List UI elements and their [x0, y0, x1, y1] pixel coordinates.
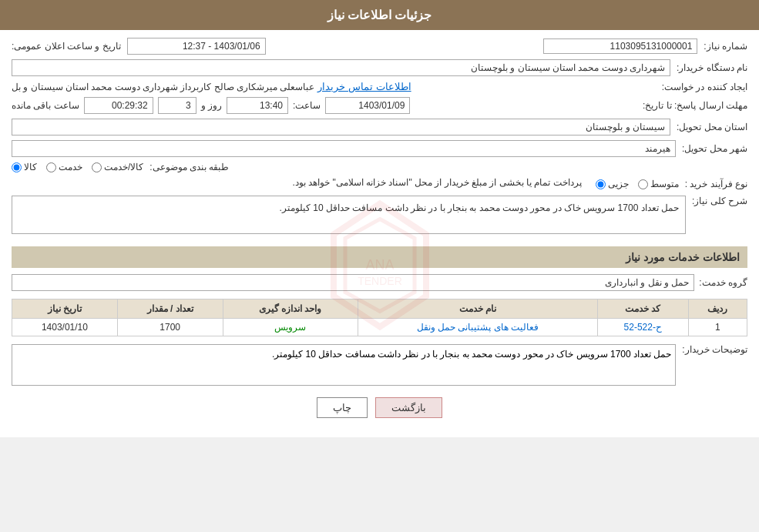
table-row: 1 ح-522-52 فعالیت های پشتیبانی حمل ونقل …	[12, 319, 747, 336]
announce-label: تاریخ و ساعت اعلان عمومی:	[12, 41, 121, 52]
service-group-label: گروه خدمت:	[699, 277, 747, 288]
print-button[interactable]: چاپ	[317, 397, 368, 418]
deadline-time-label: ساعت:	[293, 100, 321, 111]
col-header-name: نام خدمت	[358, 299, 597, 319]
process-label: نوع فرآیند خرید :	[685, 179, 747, 189]
creator-label: ایجاد کننده در خواست:	[662, 82, 747, 92]
services-table: ردیف کد خدمت نام خدمت واحد اندازه گیری ت…	[12, 299, 747, 336]
buyer-desc-label: توضیحات خریدار:	[682, 344, 747, 355]
category-label: طبقه بندی موضوعی:	[149, 162, 229, 172]
category-option-2[interactable]: خدمت	[46, 162, 82, 172]
deadline-time: 13:40	[227, 97, 288, 114]
services-table-section: ردیف کد خدمت نام خدمت واحد اندازه گیری ت…	[12, 299, 747, 336]
process-radio-2[interactable]	[638, 179, 648, 189]
city-label: شهر محل تحویل:	[682, 143, 747, 154]
need-number-value: 1103095131000001	[543, 38, 697, 54]
province-label: استان محل تحویل:	[677, 122, 747, 132]
cell-unit: سرویس	[223, 319, 358, 336]
cell-code: ح-522-52	[597, 319, 688, 336]
deadline-date: 1403/01/09	[325, 97, 410, 114]
process-radio-1[interactable]	[596, 179, 606, 189]
col-header-date: تاریخ نیاز	[12, 299, 118, 319]
cell-qty: 1700	[117, 319, 223, 336]
remaining-time: 00:29:32	[84, 97, 153, 114]
category-radio-2[interactable]	[46, 162, 56, 172]
province-value: سیستان و بلوچستان	[12, 119, 670, 136]
category-radio-group: کالا/خدمت خدمت کالا	[12, 162, 143, 172]
deadline-label: مهلت ارسال پاسخ: تا تاریخ:	[643, 100, 747, 111]
services-section-title: اطلاعات خدمات مورد نیاز	[12, 246, 747, 268]
button-row: بازگشت چاپ	[12, 397, 747, 418]
description-label: شرح کلی نیاز:	[692, 196, 747, 206]
buyer-org-label: نام دستگاه خریدار:	[677, 62, 747, 73]
category-option-1[interactable]: کالا	[12, 162, 37, 172]
col-header-row: ردیف	[688, 299, 747, 319]
buyer-desc-textarea[interactable]	[12, 344, 676, 386]
contact-link[interactable]: اطلاعات تماس خریدار	[317, 81, 411, 92]
col-header-qty: تعداد / مقدار	[117, 299, 223, 319]
city-value: هیرمند	[12, 140, 676, 157]
page-header: جزئیات اطلاعات نیاز	[0, 0, 759, 30]
process-option-1[interactable]: جزیی	[596, 179, 629, 189]
col-header-unit: واحد اندازه گیری	[223, 299, 358, 319]
col-header-code: کد خدمت	[597, 299, 688, 319]
creator-value: عباسعلی میرشکاری صالح کاربرداز شهرداری د…	[12, 82, 314, 92]
back-button[interactable]: بازگشت	[375, 397, 442, 418]
need-number-label: شماره نیاز:	[704, 41, 747, 52]
description-value: حمل تعداد 1700 سرویس خاک در محور دوست مح…	[12, 196, 686, 234]
announce-value: 1403/01/06 - 12:37	[127, 38, 266, 55]
cell-row: 1	[688, 319, 747, 336]
category-radio-1[interactable]	[12, 162, 22, 172]
process-note: پرداخت تمام یا بخشی از مبلغ خریدار از مح…	[292, 177, 581, 188]
process-radio-group: متوسط جزیی	[596, 179, 679, 189]
cell-name: فعالیت های پشتیبانی حمل ونقل	[358, 319, 597, 336]
service-group-value: حمل و نقل و انبارداری	[12, 274, 694, 291]
remaining-label: ساعت باقی مانده	[12, 100, 79, 111]
category-option-3[interactable]: کالا/خدمت	[92, 162, 143, 172]
category-radio-3[interactable]	[92, 162, 102, 172]
buyer-org-value: شهرداری دوست محمد استان سیستان و بلوچستا…	[12, 59, 670, 76]
deadline-days-label: روز و	[201, 100, 222, 111]
process-option-2[interactable]: متوسط	[638, 179, 679, 189]
cell-date: 1403/01/10	[12, 319, 118, 336]
deadline-days: 3	[158, 97, 196, 114]
